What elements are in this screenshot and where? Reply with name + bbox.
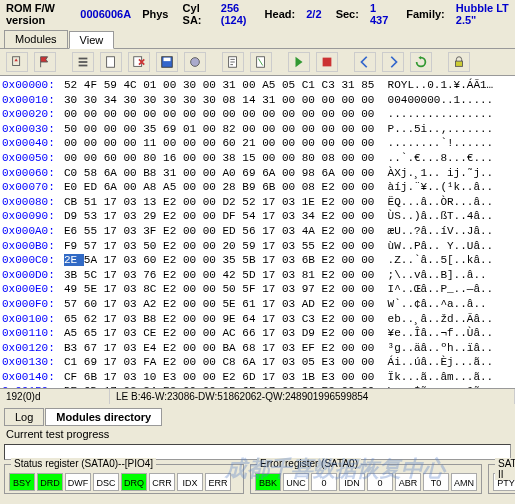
hex-row: 0x000F0:57 60 17 03 A2 E2 00 00 5E 61 17… bbox=[2, 297, 513, 312]
tool-stop[interactable] bbox=[316, 52, 338, 72]
info-header: ROM F/W version 0006006A Phys Cyl SA: 25… bbox=[0, 0, 515, 28]
error-register-group: Error register (SATA0) BBKUNC0IDN0ABRT0A… bbox=[250, 464, 482, 494]
reg-cell: AMN bbox=[451, 473, 477, 491]
reg-cell: IDN bbox=[339, 473, 365, 491]
tool-delete[interactable] bbox=[128, 52, 150, 72]
reg-cell: DWF bbox=[65, 473, 91, 491]
reg-cell: DSC bbox=[93, 473, 119, 491]
tool-play[interactable] bbox=[288, 52, 310, 72]
reg-cell: IDX bbox=[177, 473, 203, 491]
tool-back[interactable] bbox=[354, 52, 376, 72]
svg-rect-1 bbox=[79, 58, 88, 60]
reg-cell: 0 bbox=[311, 473, 337, 491]
svg-rect-2 bbox=[79, 61, 88, 63]
tool-refresh[interactable] bbox=[410, 52, 432, 72]
tool-lock[interactable] bbox=[448, 52, 470, 72]
hex-row: 0x00030:50 00 00 00 35 69 01 00 82 00 00… bbox=[2, 122, 513, 137]
tab-modules-directory[interactable]: Modules directory bbox=[45, 408, 162, 426]
reg-cell: 0 bbox=[367, 473, 393, 491]
bottom-tabs: Log Modules directory bbox=[0, 408, 515, 426]
hex-row: 0x00120:B3 67 17 03 E4 E2 00 00 BA 68 17… bbox=[2, 341, 513, 356]
toolbar bbox=[0, 49, 515, 76]
svg-rect-11 bbox=[323, 58, 332, 67]
reg-cell: DRD bbox=[37, 473, 63, 491]
status-right: LE B:46-W:23086-DW:51862062-QW:248901996… bbox=[110, 389, 515, 404]
hex-row: 0x00050:00 00 60 00 80 16 00 00 38 15 00… bbox=[2, 151, 513, 166]
reg-cell: CRR bbox=[149, 473, 175, 491]
tab-modules[interactable]: Modules bbox=[4, 30, 68, 48]
tab-log[interactable]: Log bbox=[4, 408, 44, 426]
main-tabs: Modules View bbox=[0, 30, 515, 49]
progress-label: Current test progress bbox=[0, 426, 515, 442]
hex-row: 0x00150:DE 6D 17 03 24 E3 00 00 05 6F 17… bbox=[2, 384, 513, 388]
svg-rect-4 bbox=[107, 57, 115, 68]
tool-clean[interactable] bbox=[250, 52, 272, 72]
reg-cell: T0 bbox=[423, 473, 449, 491]
hex-row: 0x00060:C0 58 6A 00 B8 31 00 00 A0 69 6A… bbox=[2, 166, 513, 181]
status-register-group: Status register (SATA0)--[PIO4] BSYDRDDW… bbox=[4, 464, 244, 494]
tab-view[interactable]: View bbox=[69, 31, 115, 49]
svg-rect-7 bbox=[164, 58, 171, 62]
reg-cell: DRQ bbox=[121, 473, 147, 491]
hex-row: 0x000A0:E6 55 17 03 3F E2 00 00 ED 56 17… bbox=[2, 224, 513, 239]
tool-text[interactable] bbox=[222, 52, 244, 72]
hex-row: 0x00130:C1 69 17 03 FA E2 00 00 C8 6A 17… bbox=[2, 355, 513, 370]
hex-row: 0x00010:30 30 34 30 30 30 30 30 08 14 31… bbox=[2, 93, 513, 108]
reg-cell: UNC bbox=[283, 473, 309, 491]
reg-cell: ABR bbox=[395, 473, 421, 491]
tool-doc-up[interactable] bbox=[6, 52, 28, 72]
hex-row: 0x00070:E0 ED 6A 00 A8 A5 00 00 28 B9 6B… bbox=[2, 180, 513, 195]
hex-row: 0x00000:52 4F 59 4C 01 00 30 00 31 00 A5… bbox=[2, 78, 513, 93]
svg-point-8 bbox=[191, 58, 200, 67]
hex-row: 0x00090:D9 53 17 03 29 E2 00 00 DF 54 17… bbox=[2, 209, 513, 224]
reg-cell: BSY bbox=[9, 473, 35, 491]
tool-bars[interactable] bbox=[72, 52, 94, 72]
tool-flag[interactable] bbox=[34, 52, 56, 72]
hex-row: 0x00040:00 00 00 00 11 00 00 00 60 21 00… bbox=[2, 136, 513, 151]
hex-row: 0x000D0:3B 5C 17 03 76 E2 00 00 42 5D 17… bbox=[2, 268, 513, 283]
tool-config[interactable] bbox=[184, 52, 206, 72]
status-bar: 192(0)d LE B:46-W:23086-DW:51862062-QW:2… bbox=[0, 388, 515, 404]
sata-group: SATA-II PTY bbox=[488, 464, 515, 494]
svg-rect-12 bbox=[456, 61, 463, 66]
hex-row: 0x00140:CF 6B 17 03 10 E3 00 00 E2 6D 17… bbox=[2, 370, 513, 385]
hex-row: 0x000E0:49 5E 17 03 8C E2 00 00 50 5F 17… bbox=[2, 282, 513, 297]
hex-row: 0x000C0:2E 5A 17 03 60 E2 00 00 35 5B 17… bbox=[2, 253, 513, 268]
hex-row: 0x00020:00 00 00 00 00 00 00 00 00 00 00… bbox=[2, 107, 513, 122]
tool-page[interactable] bbox=[100, 52, 122, 72]
hex-row: 0x000B0:F9 57 17 03 50 E2 00 00 20 59 17… bbox=[2, 239, 513, 254]
hex-row: 0x00110:A5 65 17 03 CE E2 00 00 AC 66 17… bbox=[2, 326, 513, 341]
svg-rect-3 bbox=[79, 65, 88, 67]
reg-cell: BBK bbox=[255, 473, 281, 491]
hex-row: 0x00080:CB 51 17 03 13 E2 00 00 D2 52 17… bbox=[2, 195, 513, 210]
status-left: 192(0)d bbox=[0, 389, 110, 404]
hex-row: 0x00100:65 62 17 03 B8 E2 00 00 9E 64 17… bbox=[2, 312, 513, 327]
reg-cell: ERR bbox=[205, 473, 231, 491]
hex-viewer[interactable]: 0x00000:52 4F 59 4C 01 00 30 00 31 00 A5… bbox=[0, 76, 515, 388]
tool-save[interactable] bbox=[156, 52, 178, 72]
tool-fwd[interactable] bbox=[382, 52, 404, 72]
